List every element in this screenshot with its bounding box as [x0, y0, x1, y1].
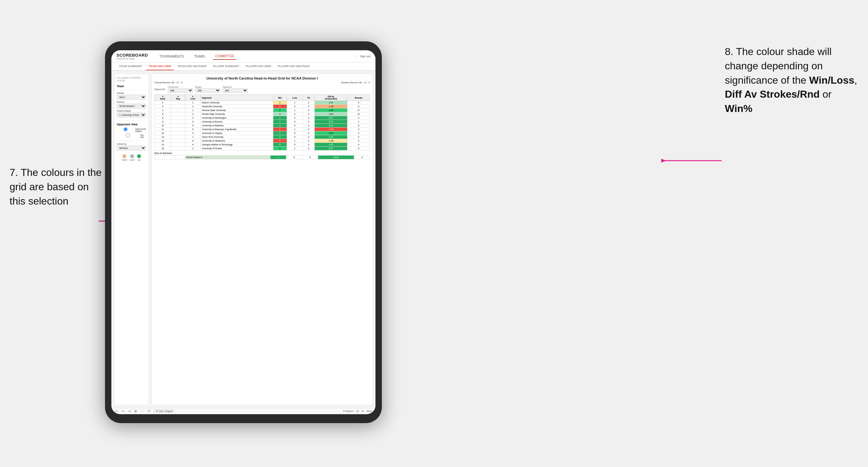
cell-loss: 1 [287, 101, 303, 105]
tab-team-h2h-heatmap[interactable]: TEAM H2H HEATMAP [175, 63, 209, 70]
cell-tie: 0 [303, 124, 315, 128]
out-of-division-table: NCAA Division II 1 0 0 26.00 3 [154, 155, 370, 159]
opponent-filter: Opponent (All) [222, 86, 248, 93]
cell-loss: 0 [287, 120, 303, 124]
cell-rank-ood [155, 156, 165, 159]
cell-tie-ood: 0 [302, 156, 318, 159]
cell-win: 1 [273, 120, 287, 124]
division-label: Division [117, 101, 146, 103]
team-section-title: Team [117, 85, 146, 88]
radio-opponents-played[interactable]: Opponents Played [117, 127, 146, 133]
conference-filter-label: Conference [168, 86, 193, 88]
toolbar-comment[interactable]: 💬 [356, 410, 359, 413]
color-dot-down [123, 154, 126, 158]
nav-teams[interactable]: TEAMS [192, 54, 207, 60]
cell-loss: 4 [287, 105, 303, 108]
opponent-view-title: Opponent View [117, 123, 146, 126]
nav-committee[interactable]: COMMITTEE [213, 53, 236, 60]
cell-win: 5 [273, 143, 287, 147]
region-filter-label: Region [195, 86, 220, 88]
cell-win: 4 [273, 112, 287, 116]
toolbar-watch[interactable]: 👁 Watch ▾ [343, 410, 354, 413]
cell-loss: 0 [287, 135, 303, 139]
toolbar-crop[interactable]: ⊞ [134, 409, 137, 413]
cell-tie: 0 [303, 128, 315, 131]
cell-rounds: 9 [347, 101, 370, 105]
region-select[interactable]: (All) [195, 88, 220, 93]
table-row: 11 6 University of Arkansas, Fayettevill… [155, 128, 370, 131]
nav-tournaments[interactable]: TOURNAMENTS [157, 54, 186, 60]
cell-reg [171, 120, 185, 124]
cell-diff: 9.00 [315, 120, 347, 124]
tab-player-summary[interactable]: PLAYER SUMMARY [210, 63, 242, 70]
cell-diff: -1.00 [315, 139, 347, 143]
tab-player-h2h-grid[interactable]: PLAYER H2H GRID [243, 63, 274, 70]
school-select[interactable]: 1. University of Nort... [117, 113, 146, 117]
conference-filter: Conference (All) [168, 86, 193, 93]
radio-top100[interactable]: Top 100 [117, 133, 146, 139]
cell-win: 1 [273, 131, 287, 135]
tab-team-h2h-grid[interactable]: TEAM H2H GRID [146, 63, 174, 70]
toolbar-share[interactable]: Share [366, 410, 372, 412]
cell-win: 0 [273, 139, 287, 143]
bottom-toolbar: ↩ ↪ ⇥ ⊞ ⋯ ⏱ 👁 View: Original 👁 Watch ▾ 💬… [111, 408, 375, 414]
cell-diff: 2.28 [315, 108, 347, 112]
cell-team: Vanderbilt University [201, 105, 273, 108]
cell-diff: -4.33 [315, 128, 347, 131]
cell-rounds: 17 [347, 108, 370, 112]
cell-diff: 1.67 [315, 101, 347, 105]
cell-rounds: 8 [347, 124, 370, 128]
cell-win: 5 [273, 108, 287, 112]
toolbar-undo[interactable]: ↩ [115, 409, 118, 413]
sign-out[interactable]: Sign out [356, 55, 370, 58]
division-select[interactable]: NCAA Division I [117, 104, 146, 108]
cell-conf: 4 [185, 143, 201, 147]
toolbar-redo[interactable]: ↪ [121, 409, 125, 413]
table-row: 12 3 University of Virginia 1 0 0 2.33 3 [155, 131, 370, 135]
table-row: 10 5 University of Alabama 3 0 0 2.61 8 [155, 124, 370, 128]
cell-win: 1 [273, 116, 287, 120]
opponent-select[interactable]: (All) [222, 88, 248, 93]
cell-tie: 0 [303, 120, 315, 124]
cell-rank: 14 [155, 139, 171, 143]
cell-reg [171, 143, 185, 147]
toolbar-layout[interactable]: ⊞ [362, 410, 364, 413]
gender-select[interactable]: Men's [117, 95, 146, 100]
conference-select[interactable]: (All) [168, 88, 193, 93]
table-row: 13 1 Texas Tech University 3 0 0 5.56 9 [155, 135, 370, 139]
cell-diff: 6.67 [315, 147, 347, 151]
color-level: Level [130, 154, 135, 161]
table-row: 3 2 Vanderbilt University 0 4 0 -2.29 8 [155, 105, 370, 108]
logo-area: SCOREBOARD Powered by clippd [117, 53, 148, 60]
cell-reg [171, 135, 185, 139]
opponent-filter-label: Opponent [222, 86, 248, 88]
toolbar-more[interactable]: ⋯ [140, 409, 145, 413]
tab-player-h2h-heatmap[interactable]: PLAYER H2H HEATMAP [275, 63, 312, 70]
colour-by-select[interactable]: Win/loss [117, 146, 146, 151]
app-header: SCOREBOARD Powered by clippd TOURNAMENTS… [111, 50, 375, 63]
cell-rounds: 12 [347, 112, 370, 116]
cell-conf: 5 [185, 124, 201, 128]
cell-win-ood: 1 [271, 156, 286, 159]
overall-record: Overall Record: 89 - 17 - 0 [154, 81, 182, 84]
toolbar-forward[interactable]: ⇥ [127, 409, 131, 413]
cell-conf: 2 [185, 147, 201, 151]
cell-rank: 3 [155, 105, 171, 108]
cell-rank: 2 [155, 101, 171, 105]
cell-reg [171, 131, 185, 135]
cell-rounds: 9 [347, 135, 370, 139]
cell-loss: 0 [287, 131, 303, 135]
cell-team: University of Washington [201, 116, 273, 120]
cell-diff: 4.50 [315, 143, 347, 147]
color-dot-level [130, 154, 134, 158]
cell-reg-ood [165, 156, 175, 159]
cell-team: University of Alabama [201, 124, 273, 128]
cell-tie: 0 [303, 112, 315, 116]
sub-nav: TEAM SUMMARY TEAM H2H GRID TEAM H2H HEAT… [111, 63, 375, 71]
toolbar-clock[interactable]: ⏱ [147, 409, 151, 413]
cell-tie: 0 [303, 143, 315, 147]
cell-conf-ood [175, 156, 185, 159]
color-down: Down [122, 154, 127, 161]
toolbar-view[interactable]: 👁 View: Original [154, 409, 174, 413]
tab-team-summary[interactable]: TEAM SUMMARY [117, 63, 145, 70]
